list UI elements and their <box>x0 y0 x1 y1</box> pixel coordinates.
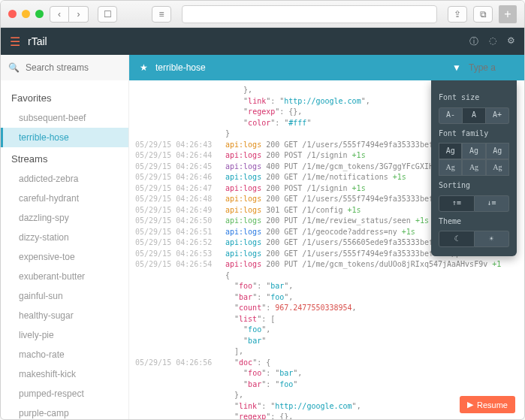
log-line: 05/29/15 04:26:56 "doc": { <box>129 358 524 369</box>
theme-light-button[interactable]: ☀ <box>475 231 510 247</box>
menu-icon[interactable]: ☰ <box>10 35 20 49</box>
sidebar-item-gainful-sun[interactable]: gainful-sun <box>1 286 128 306</box>
log-timestamp <box>135 281 225 292</box>
log-timestamp <box>135 325 225 336</box>
sort-asc-button[interactable]: ↑≡ <box>439 195 475 212</box>
reader-button[interactable]: ≡ <box>152 6 171 23</box>
log-message: "foo", <box>225 325 518 336</box>
log-timestamp <box>135 368 225 379</box>
nav-buttons: ‹ › <box>50 6 89 23</box>
sidebar-item-subsequent-beef[interactable]: subsequent-beef <box>1 108 128 128</box>
log-timestamp <box>135 401 225 412</box>
sidebar-item-exuberant-butter[interactable]: exuberant-butter <box>1 267 128 286</box>
log-timestamp: 05/29/15 04:26:50 <box>135 216 225 227</box>
close-window[interactable] <box>8 10 17 18</box>
url-bar[interactable] <box>182 5 437 23</box>
filter-icon[interactable]: ▼ <box>452 62 461 73</box>
log-message: "foo": "bar", <box>225 281 518 292</box>
sidebar-item-pumped-respect[interactable]: pumped-respect <box>1 384 128 403</box>
log-line: 05/29/15 04:26:54api:logs 200 PUT /1/me/… <box>129 259 524 270</box>
settings-panel: Font size A-AA+ Font family AgAgAgAgAgAg… <box>431 80 517 256</box>
log-timestamp: 05/29/15 04:26:45 <box>135 162 225 173</box>
sidebar-item-terrible-hose[interactable]: terrible-hose <box>1 128 128 147</box>
font-family-2[interactable]: Ag <box>486 143 509 159</box>
brand-label: rTail <box>28 35 47 47</box>
stream-header: ★ terrible-hose ▼ <box>129 55 524 80</box>
search-input[interactable] <box>26 62 121 73</box>
font-size-A-[interactable]: A- <box>439 107 463 124</box>
info-icon[interactable]: ⓘ <box>469 35 478 48</box>
sidebar-item-healthy-sugar[interactable]: healthy-sugar <box>1 306 128 325</box>
font-size-A[interactable]: A <box>463 107 486 124</box>
sidebar-item-macho-rate[interactable]: macho-rate <box>1 345 128 364</box>
forward-button[interactable]: › <box>69 6 89 23</box>
sidebar: Favorites subsequent-beefterrible-hose S… <box>1 80 129 419</box>
log-line: "foo": "bar", <box>129 368 524 379</box>
theme-dark-button[interactable]: ☾ <box>439 231 475 247</box>
favorites-heading: Favorites <box>1 86 128 108</box>
play-icon: ▶ <box>467 400 473 409</box>
sidebar-item-careful-hydrant[interactable]: careful-hydrant <box>1 189 128 208</box>
log-message: "bar" <box>225 336 518 347</box>
share-button[interactable]: ⇪ <box>448 6 467 23</box>
log-timestamp: 05/29/15 04:26:47 <box>135 183 225 195</box>
font-family-0[interactable]: Ag <box>439 143 462 159</box>
app-header: ☰ rTail ⓘ ◌ ⚙ <box>1 28 524 55</box>
log-message: ], <box>225 346 518 358</box>
log-message: "count": 967.2477550338954, <box>225 303 518 314</box>
minimize-window[interactable] <box>22 10 30 18</box>
sidebar-item-dizzy-station[interactable]: dizzy-station <box>1 228 128 247</box>
log-timestamp: 05/29/15 04:26:53 <box>135 249 225 260</box>
log-line: "foo": "bar", <box>129 281 524 292</box>
log-timestamp <box>135 412 225 419</box>
filter-input[interactable] <box>469 62 514 73</box>
font-family-1[interactable]: Ag <box>462 143 485 159</box>
font-family-4[interactable]: Ag <box>462 159 485 176</box>
sidebar-item-expensive-toe[interactable]: expensive-toe <box>1 247 128 267</box>
sub-header: 🔍 ★ terrible-hose ▼ <box>1 55 524 80</box>
brand: ☰ rTail <box>10 35 47 49</box>
back-button[interactable]: ‹ <box>50 6 69 23</box>
log-timestamp <box>135 96 225 107</box>
log-timestamp <box>135 292 225 304</box>
log-timestamp: 05/29/15 04:26:46 <box>135 172 225 183</box>
log-timestamp <box>135 314 225 325</box>
log-pane: }, "link": "http://google.com", "regexp"… <box>129 80 524 419</box>
log-message: "list": [ <box>225 314 518 325</box>
sidebar-item-dazzling-spy[interactable]: dazzling-spy <box>1 208 128 228</box>
log-timestamp <box>135 107 225 118</box>
log-timestamp: 05/29/15 04:26:56 <box>135 358 225 369</box>
log-timestamp: 05/29/15 04:26:44 <box>135 150 225 162</box>
resume-button[interactable]: ▶ Resume <box>460 396 515 413</box>
sort-desc-button[interactable]: ↓≡ <box>475 195 510 212</box>
log-timestamp <box>135 118 225 129</box>
sidebar-item-purple-camp[interactable]: purple-camp <box>1 403 128 419</box>
font-size-A+[interactable]: A+ <box>486 107 509 124</box>
log-timestamp: 05/29/15 04:26:48 <box>135 194 225 205</box>
log-line: ], <box>129 346 524 358</box>
log-line: { <box>129 270 524 282</box>
search-box: 🔍 <box>1 55 129 80</box>
log-timestamp: 05/29/15 04:26:52 <box>135 237 225 249</box>
star-icon[interactable]: ★ <box>140 62 148 73</box>
settings-icon[interactable]: ⚙ <box>507 35 515 48</box>
sidebar-item-addicted-zebra[interactable]: addicted-zebra <box>1 169 128 189</box>
stream-title: terrible-hose <box>155 62 206 73</box>
sidebar-toggle[interactable]: ☐ <box>98 6 117 23</box>
log-line: "foo", <box>129 325 524 336</box>
sidebar-item-lively-pie[interactable]: lively-pie <box>1 325 128 345</box>
github-icon[interactable]: ◌ <box>489 35 496 48</box>
search-icon: 🔍 <box>8 62 20 73</box>
zoom-window[interactable] <box>35 10 44 18</box>
font-family-5[interactable]: Ag <box>486 159 509 176</box>
font-family-label: Font family <box>439 128 509 140</box>
log-timestamp <box>135 336 225 347</box>
log-line: "bar": "foo" <box>129 379 524 391</box>
font-family-3[interactable]: Ag <box>439 159 462 176</box>
log-timestamp <box>135 85 225 96</box>
tabs-button[interactable]: ⧉ <box>473 6 493 23</box>
theme-label: Theme <box>439 216 509 228</box>
sidebar-item-makeshift-kick[interactable]: makeshift-kick <box>1 364 128 384</box>
new-tab-button[interactable]: + <box>499 5 517 23</box>
log-line: "count": 967.2477550338954, <box>129 303 524 314</box>
